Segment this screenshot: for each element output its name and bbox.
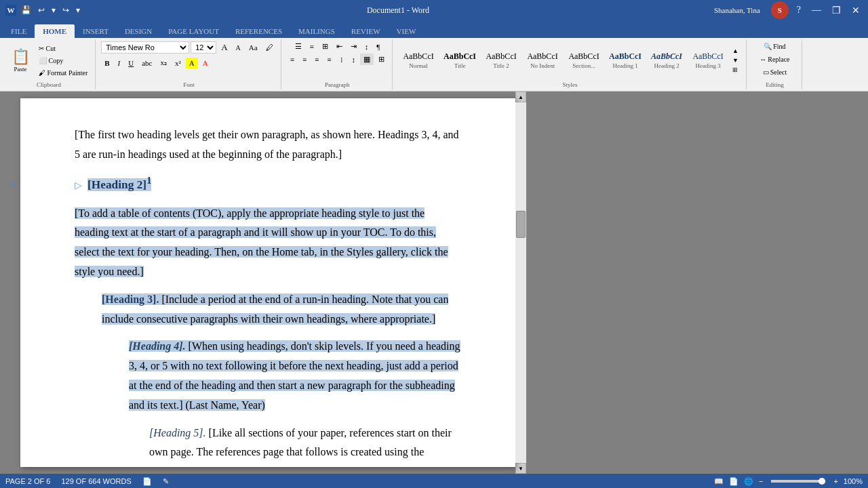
bold-button[interactable]: B: [101, 58, 113, 68]
paste-label: Paste: [14, 66, 27, 73]
quick-access-toolbar: W 💾 ↩ ▾ ↪ ▾: [5, 4, 82, 17]
shrink-font-btn[interactable]: A: [233, 43, 244, 53]
style-title[interactable]: AaBbCcI Title: [439, 41, 480, 80]
paste-button[interactable]: 📋 Paste: [7, 43, 34, 78]
style-heading1[interactable]: AaBbCcI Heading 1: [605, 41, 646, 80]
tab-home[interactable]: HOME: [35, 24, 75, 38]
style-title-label: Title: [454, 62, 466, 69]
increase-indent-btn[interactable]: ⇥: [347, 41, 360, 52]
close-btn[interactable]: ✕: [849, 5, 863, 16]
style-no-indent[interactable]: AaBbCcI No Indent: [522, 41, 563, 80]
format-painter-button[interactable]: 🖌 Format Painter: [35, 67, 91, 79]
zoom-in-btn[interactable]: +: [833, 477, 837, 485]
superscript-button[interactable]: x²: [172, 58, 184, 68]
zoom-slider[interactable]: [771, 480, 825, 483]
zoom-thumb[interactable]: [818, 478, 825, 485]
shading-btn[interactable]: ▦: [360, 54, 374, 65]
tab-page-layout[interactable]: PAGE LAYOUT: [160, 24, 227, 38]
font-name-select[interactable]: Times New Ro: [101, 41, 189, 54]
multilevel-btn[interactable]: ⊞: [319, 41, 332, 52]
ribbon: 📋 Paste ✂ Cut ⬜ Copy 🖌 Format Painter Cl…: [0, 38, 868, 92]
styles-expand-btn[interactable]: ⊞: [729, 65, 742, 75]
zoom-out-btn[interactable]: −: [759, 477, 763, 485]
numbering-btn[interactable]: ≡: [307, 41, 317, 52]
cut-button[interactable]: ✂ Cut: [35, 43, 91, 54]
bullets-btn[interactable]: ☰: [292, 41, 305, 52]
sort-btn[interactable]: ↕: [361, 41, 372, 52]
borders-btn[interactable]: ⊞: [375, 54, 388, 65]
change-case-btn[interactable]: Aa: [245, 42, 261, 53]
tab-mailings[interactable]: MAILINGS: [290, 24, 343, 38]
window-title: Document1 - Word: [82, 5, 714, 16]
scroll-track[interactable]: [515, 102, 526, 463]
heading5-paragraph: [Heading 5]. [Like all sections of your …: [149, 424, 461, 467]
align-right-btn[interactable]: ≡: [311, 54, 322, 65]
customize-btn[interactable]: ▾: [74, 4, 82, 17]
style-normal-preview: AaBbCcI: [403, 52, 433, 61]
save-btn[interactable]: 💾: [19, 4, 33, 17]
styles-down-arrow[interactable]: ▼: [729, 56, 742, 65]
decrease-indent-btn[interactable]: ⇤: [333, 41, 346, 52]
user-avatar: S: [771, 1, 789, 19]
style-title2-label: Title 2: [493, 62, 509, 69]
style-title2[interactable]: AaBbCcI Title 2: [481, 41, 521, 80]
italic-button[interactable]: I: [115, 58, 124, 68]
underline-button[interactable]: U: [125, 58, 137, 68]
document-page[interactable]: [The first two heading levels get their …: [20, 98, 515, 467]
status-bar: PAGE 2 OF 6 129 OF 664 WORDS 📄 ✎ 📖 📄 🌐 −…: [0, 474, 868, 488]
style-heading3[interactable]: AaBbCcI Heading 3: [688, 41, 728, 80]
text-highlight-btn[interactable]: A: [186, 58, 198, 68]
align-center-btn[interactable]: ≡: [299, 54, 310, 65]
styles-up-arrow[interactable]: ▲: [729, 46, 742, 56]
tab-file[interactable]: FILE: [3, 24, 35, 38]
select-button[interactable]: ▭ Select: [760, 66, 790, 78]
status-right: 📖 📄 🌐 − + 100%: [714, 477, 863, 486]
word-count[interactable]: 129 OF 664 WORDS: [61, 477, 131, 485]
columns-btn[interactable]: ⫶: [336, 54, 347, 65]
style-title2-preview: AaBbCcI: [486, 52, 516, 61]
minimize-btn[interactable]: —: [809, 5, 824, 16]
grow-font-btn[interactable]: A: [218, 41, 231, 54]
style-heading2-preview: AaBbCcI: [651, 52, 682, 61]
undo-dropdown[interactable]: ▾: [50, 4, 58, 17]
style-no-indent-preview: AaBbCcI: [527, 52, 557, 61]
print-layout-btn[interactable]: 📄: [729, 477, 738, 486]
tab-references[interactable]: REFERENCES: [227, 24, 290, 38]
scroll-down-btn[interactable]: ▼: [515, 463, 526, 474]
style-heading1-label: Heading 1: [612, 62, 637, 69]
tab-insert[interactable]: INSERT: [75, 24, 117, 38]
tab-view[interactable]: VIEW: [389, 24, 425, 38]
tab-design[interactable]: DESIGN: [117, 24, 160, 38]
undo-btn[interactable]: ↩: [36, 4, 47, 17]
font-color-btn[interactable]: A: [199, 58, 212, 68]
replace-button[interactable]: ↔ Replace: [756, 54, 793, 65]
style-title-preview: AaBbCcI: [443, 52, 476, 61]
page-count[interactable]: PAGE 2 OF 6: [5, 477, 50, 485]
left-margin: ▷: [0, 92, 20, 474]
justify-btn[interactable]: ≡: [323, 54, 334, 65]
subscript-button[interactable]: x₂: [157, 57, 170, 68]
find-button[interactable]: 🔍 Find: [760, 41, 789, 52]
style-section[interactable]: AaBbCcI Section...: [564, 41, 604, 80]
restore-btn[interactable]: ❐: [829, 5, 844, 16]
font-size-select[interactable]: 12: [191, 41, 216, 54]
scroll-up-btn[interactable]: ▲: [515, 92, 526, 102]
word-icon: W: [5, 5, 16, 16]
web-layout-btn[interactable]: 🌐: [744, 477, 753, 486]
clear-format-btn[interactable]: 🖊: [262, 42, 277, 53]
copy-button[interactable]: ⬜ Copy: [35, 55, 91, 66]
zoom-level[interactable]: 100%: [844, 477, 863, 485]
read-mode-btn[interactable]: 📖: [714, 477, 724, 486]
help-btn[interactable]: ?: [794, 5, 804, 16]
strikethrough-button[interactable]: abc: [138, 58, 155, 68]
line-spacing-btn[interactable]: ↕: [349, 54, 359, 65]
show-formatting-btn[interactable]: ¶: [373, 41, 383, 52]
style-normal[interactable]: AaBbCcI Normal: [398, 41, 439, 80]
scroll-thumb[interactable]: [516, 211, 526, 238]
tab-review[interactable]: REVIEW: [343, 24, 389, 38]
heading4-text: [Heading 4].: [129, 340, 186, 352]
heading4-paragraph: [Heading 4]. [When using headings, don't…: [129, 337, 461, 415]
redo-btn[interactable]: ↪: [60, 4, 71, 17]
align-left-btn[interactable]: ≡: [287, 54, 298, 65]
style-heading2[interactable]: AaBbCcI Heading 2: [646, 41, 687, 80]
